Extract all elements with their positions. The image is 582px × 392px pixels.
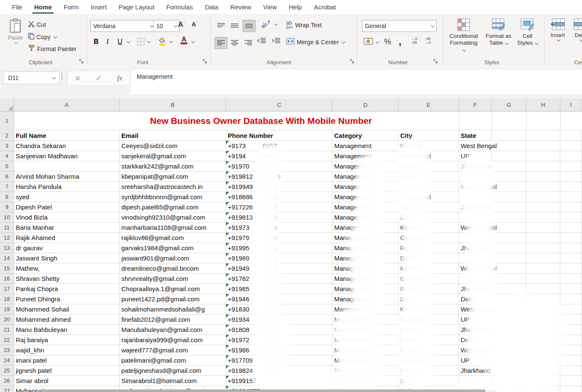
fill-color-dropdown[interactable] bbox=[169, 40, 172, 43]
cell-category[interactable]: Management bbox=[333, 345, 399, 355]
cell-phone[interactable]: +91985012 bbox=[226, 284, 333, 294]
column-header-C[interactable]: C bbox=[226, 99, 333, 112]
row-header-13[interactable]: 13 bbox=[0, 243, 14, 253]
cell-category[interactable]: Management bbox=[333, 172, 399, 182]
cell-name[interactable]: Pankaj Chopra bbox=[14, 284, 120, 294]
row-header-24[interactable]: 24 bbox=[0, 355, 14, 366]
insert-cells-button[interactable]: Insert bbox=[548, 18, 568, 41]
cell-state[interactable]: Delhi bbox=[459, 335, 492, 345]
row-header-23[interactable]: 23 bbox=[0, 345, 14, 355]
cell-category[interactable]: Management bbox=[333, 161, 399, 172]
header-empty[interactable] bbox=[560, 130, 582, 141]
cell-empty[interactable] bbox=[526, 294, 560, 304]
cell-category[interactable]: Management bbox=[333, 212, 399, 223]
cell-city[interactable]: Gaziabad bbox=[399, 355, 459, 366]
cell-empty[interactable] bbox=[560, 202, 582, 212]
cell-empty[interactable] bbox=[492, 161, 526, 172]
cell-phone[interactable]: +91986607 bbox=[226, 345, 333, 355]
header-email[interactable]: Email bbox=[120, 130, 226, 141]
align-bottom-button[interactable] bbox=[243, 20, 255, 32]
cell-empty[interactable] bbox=[526, 172, 560, 182]
cell-empty[interactable] bbox=[492, 151, 526, 161]
cell-empty[interactable] bbox=[526, 376, 560, 386]
cell-name[interactable]: wajid_khn bbox=[14, 345, 120, 355]
cell-empty[interactable] bbox=[526, 141, 560, 151]
cell-phone[interactable]: +9199157 bbox=[226, 376, 333, 386]
cell-email[interactable]: shrvnrealty@gmail.com bbox=[120, 274, 226, 284]
cell-city[interactable]: Ghaziabad bbox=[399, 151, 459, 161]
row-header-4[interactable]: 4 bbox=[0, 151, 14, 161]
cell-name[interactable]: jignesh patel bbox=[14, 366, 120, 376]
cell-name[interactable]: Shravan Shetty bbox=[14, 274, 120, 284]
cell-phone[interactable]: +91946000 bbox=[226, 294, 333, 304]
orientation-button[interactable]: ab↗ bbox=[261, 21, 277, 27]
cell-email[interactable]: Manubahuleyan@gmail.com bbox=[120, 325, 226, 335]
cell-empty[interactable] bbox=[560, 355, 582, 366]
cell-state[interactable]: Jharkhand bbox=[459, 325, 492, 335]
row-header-22[interactable]: 22 bbox=[0, 335, 14, 345]
cell-phone[interactable]: +91994950 bbox=[226, 182, 333, 192]
cell-empty[interactable] bbox=[492, 335, 526, 345]
wrap-text-button[interactable]: abc↩ Wrap Text bbox=[286, 21, 322, 29]
cell-category[interactable]: Management bbox=[333, 182, 399, 192]
conditional-formatting-button[interactable]: Conditional Formatting bbox=[448, 18, 479, 53]
cell-email[interactable]: sohailmohammedsohailali@g bbox=[120, 304, 226, 315]
cell-empty[interactable] bbox=[560, 253, 582, 263]
cell-city[interactable]: Delhi bbox=[399, 172, 459, 182]
cell-category[interactable]: Management bbox=[333, 253, 399, 263]
cell-name[interactable]: Raj baraiya bbox=[14, 335, 120, 345]
cell-empty[interactable] bbox=[492, 212, 526, 223]
cell-phone[interactable]: +91868618 bbox=[226, 192, 333, 202]
format-as-table-button[interactable]: Format as Table bbox=[483, 18, 514, 46]
ribbon-tab-acrobat[interactable]: Acrobat bbox=[308, 0, 342, 14]
cell-city[interactable]: Ranchi bbox=[399, 325, 459, 335]
cell-email[interactable]: jaswant901@gmail.com bbox=[120, 253, 226, 263]
insert-function-icon[interactable]: fx bbox=[117, 74, 122, 83]
cell-state[interactable]: West Bengal bbox=[459, 304, 492, 315]
header-state[interactable]: State bbox=[459, 130, 492, 141]
header-phone-number[interactable]: Phone Number bbox=[226, 130, 333, 141]
cell-empty[interactable] bbox=[526, 274, 560, 284]
cell-city[interactable]: Kolkata bbox=[399, 182, 459, 192]
column-header-I[interactable]: I bbox=[560, 99, 582, 112]
cell-empty[interactable] bbox=[560, 366, 582, 376]
number-dialog-launcher[interactable] bbox=[433, 59, 439, 64]
font-color-dropdown[interactable] bbox=[191, 40, 194, 43]
cell-empty[interactable] bbox=[560, 345, 582, 355]
cell-name[interactable]: imani patel bbox=[14, 355, 120, 366]
cell-state[interactable] bbox=[459, 233, 492, 243]
cell-empty[interactable] bbox=[560, 172, 582, 182]
row-header-1[interactable]: 1 bbox=[0, 112, 14, 130]
fill-color-button[interactable] bbox=[158, 37, 166, 47]
column-header-A[interactable]: A bbox=[14, 99, 120, 112]
cell-name[interactable]: Simar abrol bbox=[14, 376, 120, 386]
cell-phone[interactable]: +91949425 bbox=[226, 263, 333, 274]
cell-empty[interactable] bbox=[526, 212, 560, 223]
cell-category[interactable]: Management bbox=[333, 151, 399, 161]
header-empty[interactable] bbox=[492, 130, 526, 141]
format-painter-button[interactable]: Format Painter bbox=[28, 45, 77, 53]
cell-state[interactable]: Jharkhand bbox=[459, 284, 492, 294]
cell-empty[interactable] bbox=[560, 274, 582, 284]
cell-email[interactable]: sreeharsha@astrocastech.in bbox=[120, 182, 226, 192]
cell-name[interactable]: dr gaurav bbox=[14, 243, 120, 253]
font-color-button[interactable]: A bbox=[181, 36, 187, 44]
cell-empty[interactable] bbox=[560, 182, 582, 192]
cell-email[interactable]: dreamlineco@gmail.bncom bbox=[120, 263, 226, 274]
ribbon-tab-page-layout[interactable]: Page Layout bbox=[112, 0, 160, 14]
underline-button[interactable]: U bbox=[118, 38, 123, 46]
cell-category[interactable]: Management bbox=[333, 376, 399, 386]
cell-name[interactable]: Rajik Ahamed bbox=[14, 233, 120, 243]
column-header-E[interactable]: E bbox=[399, 99, 459, 112]
cell-state[interactable]: West Bengal bbox=[459, 263, 492, 274]
ribbon-tab-help[interactable]: Help bbox=[283, 0, 308, 14]
cell-state[interactable]: West Bengal bbox=[459, 182, 492, 192]
ribbon-tab-formulas[interactable]: Formulas bbox=[161, 0, 199, 14]
cell-empty[interactable] bbox=[492, 325, 526, 335]
cell-city[interactable]: Ranchi bbox=[399, 284, 459, 294]
cell-empty[interactable] bbox=[526, 182, 560, 192]
cell-city[interactable]: Kolkata bbox=[399, 141, 459, 151]
cell-phone[interactable]: +91770932 bbox=[226, 355, 333, 366]
cell-state[interactable]: Delhi bbox=[459, 294, 492, 304]
cell-empty[interactable] bbox=[492, 304, 526, 315]
